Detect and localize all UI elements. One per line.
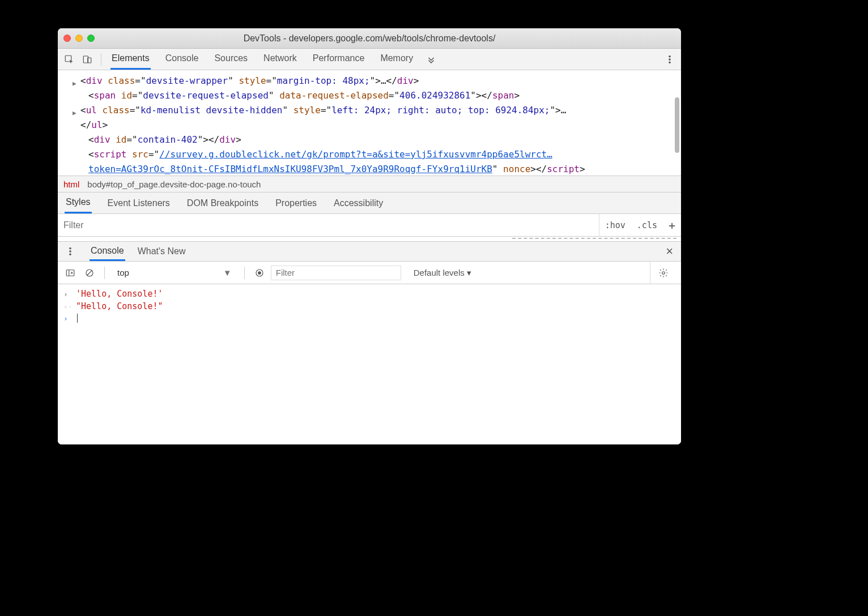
console-input-row: › 'Hello, Console!': [58, 288, 681, 300]
dropdown-icon: ▼: [223, 268, 232, 277]
tab-console[interactable]: Console: [164, 49, 200, 70]
titlebar: DevTools - developers.google.com/web/too…: [58, 28, 681, 49]
devtools-window: DevTools - developers.google.com/web/too…: [58, 28, 681, 444]
breadcrumb-html[interactable]: html: [63, 179, 79, 189]
svg-rect-9: [66, 270, 74, 276]
svg-point-13: [662, 271, 665, 274]
styles-controls: :hov .cls +: [599, 214, 681, 236]
subtab-accessibility[interactable]: Accessibility: [333, 194, 384, 213]
tab-elements[interactable]: Elements: [110, 49, 151, 70]
svg-point-7: [70, 251, 71, 252]
live-expression-icon[interactable]: [252, 265, 267, 281]
styles-peek: [58, 237, 681, 241]
scrollbar-thumb[interactable]: [675, 97, 679, 153]
svg-point-5: [669, 62, 670, 63]
console-output[interactable]: › 'Hello, Console!' ‹· "Hello, Console!"…: [58, 284, 681, 444]
context-selector[interactable]: top ▼: [112, 268, 237, 277]
log-levels-selector[interactable]: Default levels ▾: [414, 268, 471, 278]
elements-panel[interactable]: ▶<div class="devsite-wrapper" style="mar…: [58, 70, 681, 176]
styles-filter-input[interactable]: [58, 214, 599, 236]
svg-point-3: [669, 55, 670, 57]
console-settings-icon[interactable]: [650, 262, 676, 284]
drawer-tab-console[interactable]: Console: [90, 242, 125, 261]
drawer-tabs: Console What's New ×: [58, 241, 681, 262]
console-filter-input[interactable]: [271, 266, 401, 280]
text-cursor: [77, 314, 78, 323]
console-output-row: ‹· "Hello, Console!": [58, 300, 681, 313]
breadcrumb-body[interactable]: body#top_of_page.devsite-doc-page.no-tou…: [87, 179, 261, 189]
sidebar-tabs: Styles Event Listeners DOM Breakpoints P…: [58, 192, 681, 214]
svg-point-8: [70, 254, 71, 255]
console-sidebar-toggle-icon[interactable]: [62, 265, 78, 281]
subtab-event-listeners[interactable]: Event Listeners: [107, 194, 171, 213]
console-result-text: "Hello, Console!": [76, 301, 163, 311]
dom-breadcrumb: html body#top_of_page.devsite-doc-page.n…: [58, 176, 681, 192]
styles-toolbar: :hov .cls +: [58, 214, 681, 237]
svg-point-6: [70, 248, 71, 249]
inspect-element-icon[interactable]: [61, 52, 77, 67]
panel-tabs: Elements Console Sources Network Perform…: [110, 49, 414, 70]
hov-button[interactable]: :hov: [599, 220, 631, 230]
close-drawer-icon[interactable]: ×: [662, 244, 676, 259]
tab-network[interactable]: Network: [262, 49, 298, 70]
settings-menu-icon[interactable]: [662, 52, 678, 67]
device-toolbar-icon[interactable]: [79, 52, 95, 67]
subtab-dom-breakpoints[interactable]: DOM Breakpoints: [186, 194, 259, 213]
prompt-icon: ›: [63, 314, 71, 323]
subtab-properties[interactable]: Properties: [274, 194, 318, 213]
divider: [104, 267, 105, 279]
main-toolbar: Elements Console Sources Network Perform…: [58, 49, 681, 70]
window-title: DevTools - developers.google.com/web/too…: [58, 33, 681, 44]
tab-performance[interactable]: Performance: [312, 49, 366, 70]
divider: [244, 267, 245, 279]
tab-sources[interactable]: Sources: [213, 49, 249, 70]
svg-point-4: [669, 58, 670, 59]
add-rule-button[interactable]: +: [663, 219, 681, 232]
tab-memory[interactable]: Memory: [379, 49, 414, 70]
drawer-tab-whatsnew[interactable]: What's New: [137, 243, 187, 260]
divider: [101, 53, 101, 66]
console-toolbar: top ▼ Default levels ▾: [58, 262, 681, 284]
input-icon: ›: [63, 290, 71, 298]
console-prompt-row[interactable]: ›: [58, 313, 681, 324]
cls-button[interactable]: .cls: [631, 220, 663, 230]
more-tabs-icon[interactable]: [423, 52, 439, 67]
drawer-menu-icon[interactable]: [62, 243, 78, 259]
console-entered-text: 'Hello, Console!': [76, 289, 163, 299]
clear-console-icon[interactable]: [82, 265, 97, 281]
subtab-styles[interactable]: Styles: [65, 192, 92, 213]
output-icon: ‹·: [63, 302, 71, 311]
svg-point-12: [258, 271, 261, 274]
